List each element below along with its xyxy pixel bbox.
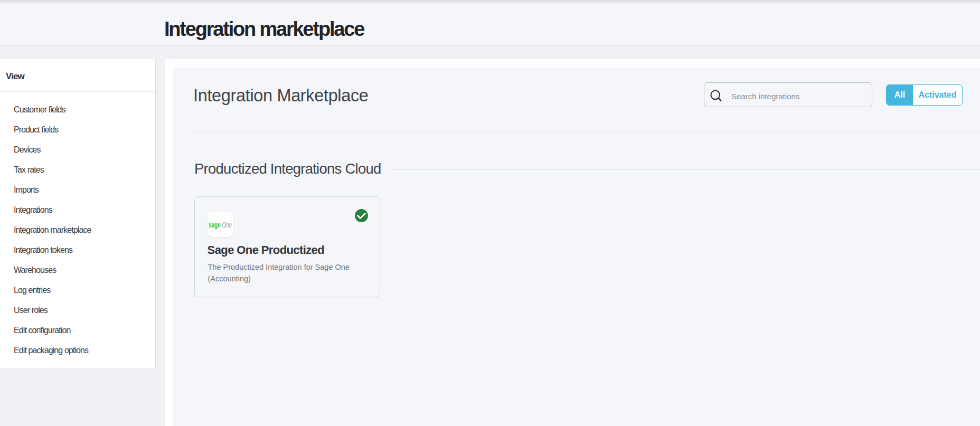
svg-text:One: One (222, 220, 232, 229)
svg-text:sage: sage (209, 220, 221, 229)
